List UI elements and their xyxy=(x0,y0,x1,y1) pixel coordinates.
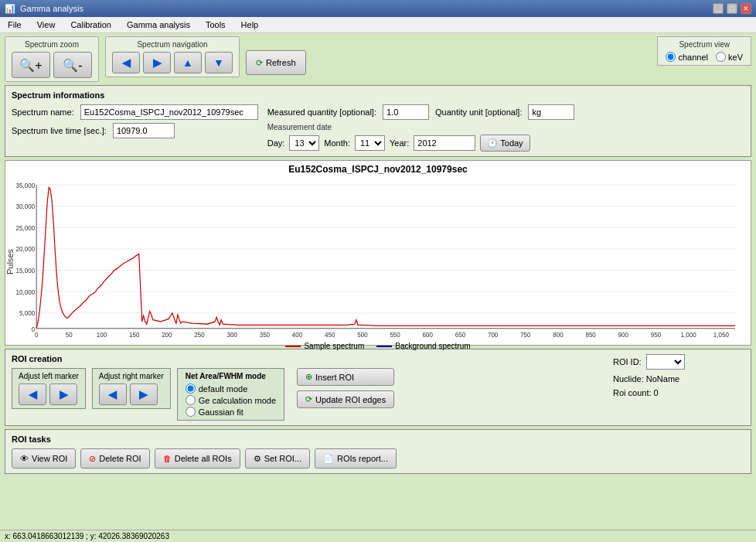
day-select[interactable]: 13 xyxy=(289,135,319,151)
sample-legend-line xyxy=(285,346,301,347)
menu-view[interactable]: View xyxy=(32,19,60,31)
ge-mode-label[interactable]: Ge calculation mode xyxy=(186,395,276,405)
spectrum-view-panel: Spectrum view channel keV xyxy=(657,36,751,66)
left-marker-label: Adjust left marker xyxy=(19,372,79,380)
menu-help[interactable]: Help xyxy=(237,19,264,31)
roi-count-info: Roi count: 0 xyxy=(613,387,744,401)
clock-icon: 🕐 xyxy=(487,138,498,148)
zoom-out-icon: 🔍- xyxy=(63,58,82,73)
menu-bar: File View Calibration Gamma analysis Too… xyxy=(0,17,756,33)
svg-text:150: 150 xyxy=(129,330,140,338)
measured-qty-input[interactable] xyxy=(383,104,429,120)
arrow-down-icon: ▼ xyxy=(213,56,224,69)
rois-report-button[interactable]: 📄 ROIs report... xyxy=(315,448,397,469)
set-roi-button[interactable]: ⚙ Set ROI... xyxy=(245,448,310,469)
minimize-button[interactable]: _ xyxy=(713,3,724,14)
kev-radio-label[interactable]: keV xyxy=(716,52,743,62)
delete-roi-icon: ⊘ xyxy=(89,454,96,464)
roi-id-label: ROI ID: xyxy=(613,357,642,366)
spectrum-name-input[interactable] xyxy=(80,104,258,120)
right-marker-right-button[interactable]: ▶ xyxy=(130,383,158,405)
zoom-in-button[interactable]: 🔍+ xyxy=(12,52,50,78)
svg-text:Pulses: Pulses xyxy=(6,249,15,274)
month-select[interactable]: 11 xyxy=(355,135,385,151)
update-roi-button[interactable]: ⟳ Update ROI edges xyxy=(297,390,394,408)
refresh-icon: ⟳ xyxy=(256,58,263,68)
kev-radio[interactable] xyxy=(716,52,726,62)
roi-tasks-section: ROI tasks 👁 View ROI ⊘ Delete ROI 🗑 Dele… xyxy=(5,429,751,474)
nav-down-button[interactable]: ▼ xyxy=(205,52,233,73)
spectrum-navigation-panel: Spectrum navigation ◀ ▶ ▲ ▼ xyxy=(105,36,240,77)
view-roi-button[interactable]: 👁 View ROI xyxy=(12,448,76,469)
svg-text:850: 850 xyxy=(585,330,596,338)
svg-text:650: 650 xyxy=(455,330,466,338)
menu-calibration[interactable]: Calibration xyxy=(66,19,116,31)
menu-tools[interactable]: Tools xyxy=(201,19,230,31)
day-label: Day: xyxy=(267,138,285,148)
measurement-date-label: Measurement date xyxy=(267,123,575,131)
svg-text:450: 450 xyxy=(325,330,335,338)
status-text: x: 663.0418663012139 ; y: 42026.38369020… xyxy=(5,532,169,540)
svg-text:15,000: 15,000 xyxy=(16,267,36,274)
chart-legend: Sample spectrum Background spectrum xyxy=(5,340,751,353)
menu-file[interactable]: File xyxy=(3,19,26,31)
left-marker-left-button[interactable]: ◀ xyxy=(19,383,46,405)
spectrum-info-section: Spectrum informations Spectrum name: Spe… xyxy=(5,85,751,157)
qty-unit-label: Quantity unit [optional]: xyxy=(435,107,523,117)
set-roi-icon: ⚙ xyxy=(254,454,261,464)
spectrum-view-label: Spectrum view xyxy=(666,40,743,49)
left-marker-right-button[interactable]: ▶ xyxy=(49,383,77,405)
zoom-in-icon: 🔍+ xyxy=(19,58,42,73)
spectrum-zoom-label: Spectrum zoom xyxy=(12,40,92,49)
left-marker-box: Adjust left marker ◀ ▶ xyxy=(12,368,86,409)
main-content: Spectrum zoom 🔍+ 🔍- Spectrum navigation … xyxy=(0,33,756,477)
svg-text:350: 350 xyxy=(260,330,271,338)
default-mode-label[interactable]: default mode xyxy=(186,383,276,394)
arrow-left-icon: ◀ xyxy=(122,56,131,69)
svg-text:800: 800 xyxy=(553,330,564,338)
nav-up-button[interactable]: ▲ xyxy=(174,52,202,73)
background-legend-label: Background spectrum xyxy=(395,342,470,350)
gaussian-mode-radio[interactable] xyxy=(186,407,196,417)
gaussian-mode-label[interactable]: Gaussian fit xyxy=(186,407,276,417)
nuclide-info: Nuclide: NoName xyxy=(613,373,744,387)
nav-left-button[interactable]: ◀ xyxy=(112,52,140,73)
year-input[interactable] xyxy=(414,135,475,151)
svg-text:35,000: 35,000 xyxy=(16,182,36,189)
delete-all-rois-button[interactable]: 🗑 Delete all ROIs xyxy=(155,448,240,469)
chart-title: Eu152Cosma_ISPCJ_nov2012_10979sec xyxy=(5,161,751,176)
refresh-button[interactable]: ⟳ Refresh xyxy=(246,50,306,75)
channel-radio[interactable] xyxy=(666,52,676,62)
zoom-out-button[interactable]: 🔍- xyxy=(53,52,92,78)
qty-unit-input[interactable] xyxy=(528,104,574,120)
menu-gamma-analysis[interactable]: Gamma analysis xyxy=(122,19,195,31)
mode-label: Net Area/FWHM mode xyxy=(186,372,276,380)
nav-right-button[interactable]: ▶ xyxy=(143,52,171,73)
today-button[interactable]: 🕐 Today xyxy=(480,135,530,152)
default-mode-radio[interactable] xyxy=(186,383,196,394)
measured-qty-label: Measured quantity [optional]: xyxy=(267,107,376,117)
view-roi-icon: 👁 xyxy=(20,454,29,463)
spectrum-zoom-panel: Spectrum zoom 🔍+ 🔍- xyxy=(5,36,99,82)
svg-text:25,000: 25,000 xyxy=(16,223,36,231)
svg-text:700: 700 xyxy=(488,330,499,338)
maximize-button[interactable]: □ xyxy=(727,3,737,14)
live-time-input[interactable] xyxy=(113,123,175,138)
window-title: Gamma analysis xyxy=(20,4,83,13)
close-button[interactable]: ✕ xyxy=(741,3,751,14)
ge-mode-radio[interactable] xyxy=(186,395,196,405)
svg-text:1,050: 1,050 xyxy=(713,330,729,338)
roi-tasks-title: ROI tasks xyxy=(12,435,744,444)
sample-legend-label: Sample spectrum xyxy=(304,342,364,350)
right-marker-left-button[interactable]: ◀ xyxy=(99,383,127,405)
live-time-label: Spectrum live time [sec.]: xyxy=(12,126,107,135)
right-marker-left-icon: ◀ xyxy=(108,388,117,401)
roi-right-panel: ROI ID: Nuclide: NoName Roi count: 0 xyxy=(613,354,744,400)
spectrum-name-label: Spectrum name: xyxy=(12,107,74,117)
svg-text:250: 250 xyxy=(194,330,205,338)
channel-radio-label[interactable]: channel xyxy=(666,52,708,62)
insert-roi-button[interactable]: ⊕ Insert ROI xyxy=(297,368,394,386)
right-marker-right-icon: ▶ xyxy=(139,388,148,401)
delete-roi-button[interactable]: ⊘ Delete ROI xyxy=(80,448,149,469)
roi-id-select[interactable] xyxy=(646,354,685,370)
